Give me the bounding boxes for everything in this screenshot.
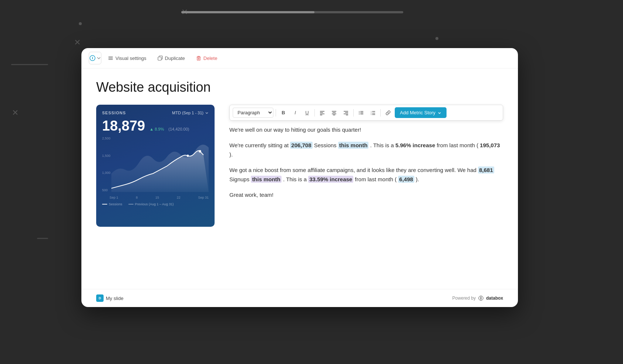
svg-text:3.: 3. — [371, 114, 372, 115]
prev-value-1: 195,073 — [480, 142, 500, 148]
svg-rect-24 — [360, 112, 363, 113]
svg-rect-30 — [372, 113, 375, 114]
svg-rect-6 — [197, 57, 200, 60]
svg-rect-19 — [344, 114, 348, 114]
divider-3 — [353, 109, 354, 117]
svg-point-8 — [199, 150, 201, 152]
page-title: Website acquisition — [96, 80, 503, 95]
legend-previous: Previous (Aug 1 – Aug 31) — [128, 202, 174, 206]
text-editor-section: Paragraph B I U — [229, 105, 503, 205]
sessions-value: 206,708 — [290, 142, 312, 149]
svg-rect-5 — [158, 57, 161, 60]
svg-rect-28 — [372, 111, 375, 112]
svg-rect-12 — [320, 115, 322, 115]
chart-period: MTD (Sep 1 - 31) — [172, 111, 209, 115]
svg-rect-32 — [372, 114, 375, 115]
svg-rect-15 — [332, 114, 336, 114]
story-text: We're well on our way to hitting our goa… — [229, 125, 503, 199]
prev-value-2: 6,498 — [398, 176, 414, 183]
align-left-btn[interactable] — [317, 108, 327, 118]
content-body: SESSIONS MTD (Sep 1 - 31) 18,879 ▲ 8.9% … — [96, 105, 503, 227]
chart-x-labels: Sep 1 8 15 22 Sep 31 — [110, 196, 209, 199]
svg-rect-1 — [108, 57, 113, 57]
svg-rect-16 — [333, 115, 335, 115]
visual-settings-btn[interactable]: Visual settings — [104, 53, 151, 63]
svg-rect-20 — [346, 115, 348, 115]
this-month-2: this month — [251, 176, 282, 183]
svg-rect-17 — [344, 111, 348, 112]
this-month-1: this month — [338, 142, 369, 149]
footer-brand: Powered by databox — [452, 295, 503, 301]
svg-rect-22 — [360, 111, 363, 112]
footer-slide: D My slide — [96, 294, 124, 302]
numbered-list-btn[interactable]: 1.2.3. — [368, 108, 378, 118]
svg-rect-18 — [345, 112, 348, 113]
story-para-2: We're currently sitting at 206,708 Sessi… — [229, 141, 503, 159]
italic-btn[interactable]: I — [290, 108, 300, 118]
svg-rect-10 — [320, 112, 323, 113]
slide-icon: D — [96, 294, 104, 302]
chart-value-row: 18,879 ▲ 8.9% (14,420.00) — [102, 117, 209, 133]
chart-svg: 2,500 1,500 1,000 500 — [102, 136, 209, 199]
align-right-btn[interactable] — [341, 108, 351, 118]
svg-rect-2 — [108, 58, 113, 59]
bg-hline-1 — [11, 64, 48, 65]
content-area: Website acquisition SESSIONS MTD (Sep 1 … — [81, 68, 518, 238]
story-closing: Great work, team! — [229, 190, 503, 200]
chart-header: SESSIONS MTD (Sep 1 - 31) — [102, 111, 209, 115]
add-metric-story-btn[interactable]: Add Metric Story — [395, 107, 447, 118]
svg-rect-14 — [333, 112, 336, 113]
divider-2 — [314, 109, 315, 117]
chart-legend: Sessions Previous (Aug 1 – Aug 31) — [102, 202, 209, 206]
delete-btn[interactable]: Delete — [192, 53, 222, 63]
svg-point-7 — [187, 155, 189, 157]
svg-point-23 — [359, 112, 360, 113]
svg-rect-26 — [360, 114, 363, 114]
duplicate-btn[interactable]: Duplicate — [153, 53, 189, 63]
story-para-3: We got a nice boost from some affiliate … — [229, 165, 503, 184]
story-para-1: We're well on our way to hitting our goa… — [229, 125, 503, 135]
bullet-list-btn[interactable] — [356, 108, 366, 118]
paragraph-select[interactable]: Paragraph — [233, 108, 273, 118]
underline-btn[interactable]: U — [302, 108, 312, 118]
divider-4 — [380, 109, 381, 117]
editor-toolbar: Paragraph B I U — [229, 105, 503, 121]
svg-rect-13 — [332, 111, 336, 112]
main-card: Visual settings Duplicate Delete Website… — [81, 48, 518, 307]
bg-dot-2 — [435, 37, 438, 40]
increase-1: 5.96% increase — [395, 142, 435, 148]
top-progress-fill — [181, 11, 314, 13]
top-progress-bar — [181, 11, 403, 13]
svg-point-25 — [359, 114, 360, 114]
card-toolbar: Visual settings Duplicate Delete — [81, 48, 518, 68]
svg-rect-3 — [108, 59, 113, 60]
chart-sessions-label: SESSIONS — [102, 111, 126, 115]
databox-logo-icon — [478, 295, 484, 301]
chart-y-labels: 2,500 1,500 1,000 500 — [102, 136, 111, 192]
legend-sessions-line — [102, 204, 107, 205]
svg-rect-9 — [320, 111, 324, 112]
link-btn[interactable] — [383, 108, 393, 118]
svg-rect-11 — [320, 114, 324, 114]
chart-badge: ▲ 8.9% — [149, 127, 164, 131]
bg-cross-3: ✕ — [12, 108, 18, 118]
legend-sessions: Sessions — [102, 202, 122, 206]
signups-value: 8,681 — [478, 166, 494, 173]
divider-1 — [276, 109, 276, 117]
chart-main-value: 18,879 — [102, 119, 145, 133]
brand-icon-btn[interactable] — [89, 52, 101, 64]
svg-point-21 — [359, 111, 360, 112]
legend-previous-line — [128, 204, 134, 205]
chart-sub-value: (14,420.00) — [168, 127, 189, 131]
align-center-btn[interactable] — [329, 108, 339, 118]
bg-dot-1 — [79, 22, 82, 25]
chart-widget: SESSIONS MTD (Sep 1 - 31) 18,879 ▲ 8.9% … — [96, 105, 215, 227]
card-footer: D My slide Powered by databox — [81, 289, 518, 307]
bg-cross-2: ✕ — [74, 38, 81, 47]
bold-btn[interactable]: B — [278, 108, 289, 118]
bg-hline-2 — [37, 238, 48, 239]
increase-2: 33.59% increase — [308, 176, 353, 183]
